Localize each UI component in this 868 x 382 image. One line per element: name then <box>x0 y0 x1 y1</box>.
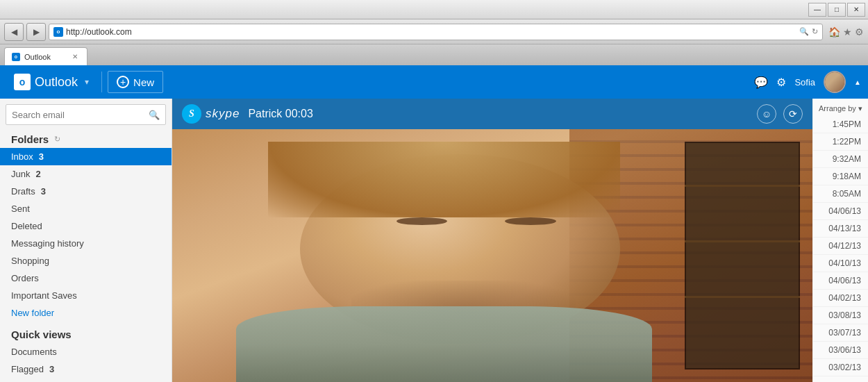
timestamp-12[interactable]: 03/08/13 <box>813 307 868 324</box>
timestamp-10[interactable]: 04/06/13 <box>813 272 868 290</box>
folder-item-sent[interactable]: Sent <box>0 200 172 217</box>
site-favicon: o <box>53 27 63 37</box>
star-icon[interactable]: ★ <box>843 26 852 38</box>
outlook-logo-icon: o <box>14 74 31 90</box>
arrange-by-label: Arrange by ▾ <box>819 104 862 113</box>
timestamp-13[interactable]: 03/07/13 <box>813 324 868 342</box>
timestamp-8[interactable]: 04/12/13 <box>813 238 868 255</box>
skype-logo-badge: S <box>182 104 201 124</box>
folders-loading-icon: ↻ <box>54 135 60 144</box>
sidebar: 🔍 Folders ↻ Inbox 3 Junk 2 Drafts 3 Sent… <box>0 99 172 382</box>
timestamp-11[interactable]: 04/02/13 <box>813 290 868 307</box>
folder-label-drafts: Drafts <box>11 186 35 197</box>
outlook-logo: o Outlook ▾ <box>7 74 96 90</box>
skype-logo: S skype <box>182 104 240 124</box>
address-text: http://outlook.com <box>66 27 796 37</box>
timestamp-15[interactable]: 03/02/13 <box>813 359 868 376</box>
titlebar-buttons: — □ ✕ <box>808 3 865 17</box>
timestamp-3[interactable]: 9:32AM <box>813 151 868 168</box>
search-icon: 🔍 <box>149 110 160 120</box>
folder-item-photos[interactable]: Photos 6 <box>0 378 172 382</box>
folder-item-inbox[interactable]: Inbox 3 <box>0 148 172 165</box>
shelf <box>685 142 800 369</box>
main-layout: 🔍 Folders ↻ Inbox 3 Junk 2 Drafts 3 Sent… <box>0 99 868 382</box>
folder-label-shopping: Shopping <box>11 256 49 266</box>
folders-title: Folders <box>11 133 49 145</box>
folder-item-important-saves[interactable]: Important Saves <box>0 287 172 304</box>
folder-label-flagged: Flagged <box>11 364 44 374</box>
person-face <box>172 129 812 382</box>
folder-item-deleted[interactable]: Deleted <box>0 217 172 235</box>
tab-close-button[interactable]: ✕ <box>70 52 80 62</box>
new-button[interactable]: + New <box>108 71 163 93</box>
outlook-name: Outlook <box>35 75 78 90</box>
skype-end-call-icon[interactable]: ☺ <box>757 104 776 124</box>
avatar-image <box>825 72 844 92</box>
timestamp-1[interactable]: 1:45PM <box>813 116 868 133</box>
avatar[interactable] <box>824 71 846 93</box>
settings-icon[interactable]: ⚙ <box>855 26 864 38</box>
browser-titlebar: — □ ✕ <box>0 0 868 19</box>
back-button[interactable]: ◀ <box>4 23 24 41</box>
search-address-icon[interactable]: 🔍 <box>799 27 809 36</box>
search-input[interactable] <box>12 110 144 120</box>
settings-gear-icon[interactable]: ⚙ <box>776 76 786 89</box>
minimize-button[interactable]: — <box>808 3 826 17</box>
timestamp-5[interactable]: 8:05AM <box>813 185 868 203</box>
shirt <box>236 306 652 382</box>
new-folder-link[interactable]: New folder <box>0 304 172 322</box>
folder-item-junk[interactable]: Junk 2 <box>0 165 172 183</box>
browser-star-icons: 🏠 ★ ⚙ <box>828 26 864 38</box>
outlook-appbar: o Outlook ▾ + New 💬 ⚙ Sofia ▲ <box>0 65 868 99</box>
timestamp-6[interactable]: 04/06/13 <box>813 203 868 220</box>
folder-label-junk: Junk <box>11 169 30 179</box>
new-label: New <box>133 76 154 88</box>
browser-tabbar: o Outlook ✕ <box>0 44 868 65</box>
skype-header-icons: ☺ ⟳ <box>757 104 803 124</box>
outlook-caret[interactable]: ▾ <box>85 77 89 87</box>
expand-icon[interactable]: ▲ <box>854 78 861 86</box>
restore-button[interactable]: □ <box>828 3 846 17</box>
skype-overlay: S skype Patrick 00:03 ☺ ⟳ <box>172 99 812 382</box>
folder-item-shopping[interactable]: Shopping <box>0 252 172 269</box>
appbar-right: 💬 ⚙ Sofia ▲ <box>754 71 861 93</box>
folder-item-flagged[interactable]: Flagged 3 <box>0 360 172 378</box>
tab-label: Outlook <box>24 53 51 61</box>
timestamp-7[interactable]: 04/13/13 <box>813 220 868 238</box>
outlook-tab[interactable]: o Outlook ✕ <box>4 47 87 65</box>
video-content <box>172 129 812 382</box>
refresh-icon[interactable]: ↻ <box>812 27 818 36</box>
folder-item-messaging-history[interactable]: Messaging history <box>0 235 172 252</box>
timestamp-4[interactable]: 9:18AM <box>813 168 868 185</box>
folder-item-documents[interactable]: Documents <box>0 343 172 360</box>
tab-favicon: o <box>12 53 20 61</box>
username-label: Sofia <box>794 77 815 88</box>
address-bar[interactable]: o http://outlook.com 🔍 ↻ <box>49 24 823 40</box>
forward-button[interactable]: ▶ <box>26 23 46 41</box>
skype-header: S skype Patrick 00:03 ☺ ⟳ <box>172 99 812 129</box>
folder-label-messaging-history: Messaging history <box>11 238 84 249</box>
appbar-divider <box>101 72 102 92</box>
timestamp-14[interactable]: 03/06/13 <box>813 342 868 359</box>
close-button[interactable]: ✕ <box>847 3 865 17</box>
content-area: S skype Patrick 00:03 ☺ ⟳ <box>172 99 868 382</box>
chat-icon[interactable]: 💬 <box>754 76 768 89</box>
folder-item-orders[interactable]: Orders <box>0 269 172 287</box>
folder-label-documents: Documents <box>11 347 57 357</box>
folder-count-inbox: 3 <box>39 151 44 162</box>
folder-item-drafts[interactable]: Drafts 3 <box>0 183 172 200</box>
skype-caller-name: Patrick 00:03 <box>248 108 312 120</box>
timestamp-9[interactable]: 04/10/13 <box>813 255 868 272</box>
shelf-plank-1 <box>685 185 800 187</box>
search-box[interactable]: 🔍 <box>6 104 166 125</box>
folder-label-important-saves: Important Saves <box>11 290 77 301</box>
folder-label-deleted: Deleted <box>11 221 42 231</box>
skype-video-icon[interactable]: ⟳ <box>783 104 803 124</box>
home-icon[interactable]: 🏠 <box>828 26 840 38</box>
folder-count-flagged: 3 <box>49 364 54 374</box>
arrange-by-dropdown[interactable]: Arrange by ▾ <box>813 101 868 116</box>
folder-label-orders: Orders <box>11 273 39 283</box>
timestamp-2[interactable]: 1:22PM <box>813 133 868 151</box>
folder-label-inbox: Inbox <box>11 151 33 162</box>
new-circle-icon: + <box>117 76 129 88</box>
